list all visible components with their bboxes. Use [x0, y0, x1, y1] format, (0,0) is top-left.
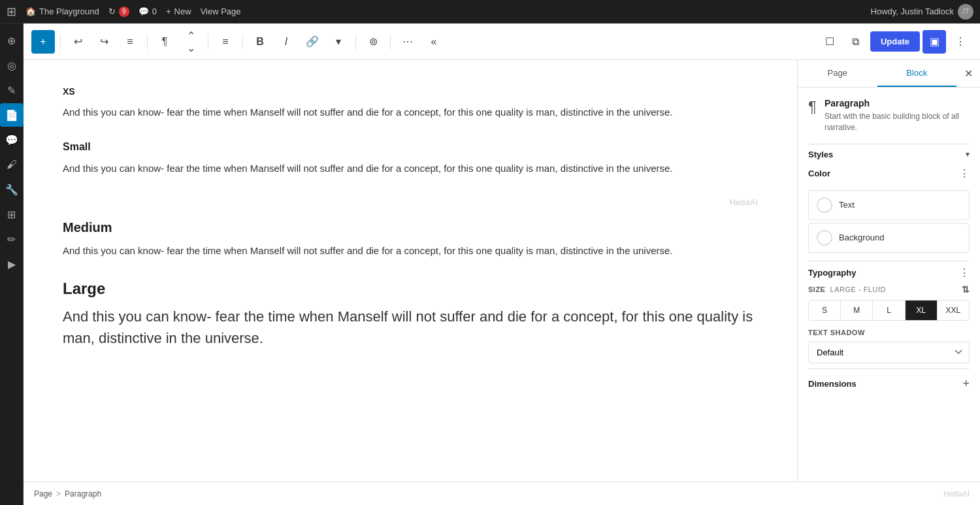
toolbar-divider-2: [147, 34, 148, 50]
color-section: Color ⋮ Text Background: [808, 165, 970, 253]
align-button[interactable]: ≡: [214, 30, 237, 54]
updates-icon: ↻: [108, 7, 116, 16]
sidebar-item-comments[interactable]: 💬: [0, 128, 24, 152]
breadcrumb-watermark: HedaAI: [943, 489, 970, 498]
small-section: Small And this you can know- fear the ti…: [63, 141, 758, 176]
typography-section-header: Typography ⋮: [808, 261, 970, 284]
size-text: SIZE LARGE - FLUID: [808, 285, 886, 293]
size-btn-xxl[interactable]: XXL: [938, 301, 969, 320]
watermark: HedaAI: [63, 197, 758, 207]
dimensions-add-button[interactable]: +: [962, 377, 970, 391]
color-label: Color: [808, 169, 830, 178]
text-color-row[interactable]: Text: [808, 190, 970, 220]
size-buttons: S M L XL XXL: [808, 300, 970, 321]
text-color-label: Text: [839, 200, 855, 210]
sidebar-item-add[interactable]: ⊕: [0, 29, 24, 52]
breadcrumb-page[interactable]: Page: [34, 489, 52, 498]
text-shadow-select[interactable]: Default: [808, 342, 970, 363]
sliders-icon[interactable]: ⇅: [962, 284, 970, 295]
sidebar-item-cloud[interactable]: ◎: [0, 54, 24, 77]
undo-button[interactable]: ↩: [66, 30, 90, 54]
typography-more-icon[interactable]: ⋮: [959, 267, 970, 279]
block-description: Start with the basic building block of a…: [825, 111, 970, 133]
medium-section: Medium And this you can know- fear the t…: [63, 220, 758, 259]
medium-body[interactable]: And this you can know- fear the time whe…: [63, 243, 758, 259]
updates-badge: 9: [119, 7, 129, 17]
dropper-button[interactable]: ⊚: [361, 30, 385, 54]
sidebar-item-pencil[interactable]: ✏: [0, 227, 24, 251]
editor-toolbar: + ↩ ↪ ≡ ¶ ⌃⌄ ≡ B I 🔗 ▾ ⊚ ⋯ « ☐ ⧉ Update: [24, 24, 980, 60]
breadcrumb-paragraph[interactable]: Paragraph: [65, 489, 101, 498]
styles-chevron-icon: ▾: [966, 150, 970, 159]
styles-label: Styles: [808, 150, 833, 159]
sidebar-item-edit[interactable]: ✎: [0, 78, 24, 102]
large-body[interactable]: And this you can know- fear the time whe…: [63, 306, 758, 349]
text-dropdown-button[interactable]: ▾: [327, 30, 350, 54]
breadcrumb-bar: Page > Paragraph HedaAI: [24, 481, 980, 505]
size-btn-xl[interactable]: XL: [906, 301, 938, 320]
size-btn-s[interactable]: S: [809, 301, 841, 320]
color-more-icon[interactable]: ⋮: [959, 167, 970, 180]
xs-section: XS And this you can know- fear the time …: [63, 86, 758, 120]
sidebar-item-tools[interactable]: 🔧: [0, 178, 24, 201]
more-options-button[interactable]: ⋯: [396, 30, 419, 54]
block-title: Paragraph: [825, 98, 970, 108]
sidebar-item-play[interactable]: ▶: [0, 252, 24, 276]
transform-button[interactable]: ⌃⌄: [179, 30, 203, 54]
toolbar-options-button[interactable]: ⋮: [949, 30, 972, 54]
size-btn-l[interactable]: L: [873, 301, 905, 320]
panel-close-button[interactable]: ✕: [956, 62, 980, 86]
comments-item[interactable]: 💬 0: [139, 7, 157, 16]
link-button[interactable]: 🔗: [301, 30, 324, 54]
small-heading: Small: [63, 141, 758, 153]
color-section-header: Color ⋮: [808, 165, 970, 185]
external-view-button[interactable]: ⧉: [844, 30, 868, 54]
list-view-button[interactable]: ≡: [118, 30, 142, 54]
italic-button[interactable]: I: [274, 30, 298, 54]
toolbar-divider-6: [390, 34, 391, 50]
new-item[interactable]: + New: [166, 7, 191, 16]
bold-button[interactable]: B: [248, 30, 272, 54]
sidebar-item-pages[interactable]: 📄: [0, 103, 24, 127]
dimensions-label: Dimensions: [808, 379, 857, 389]
howdy-label: Howdy, Justin Tadlock JT: [871, 4, 973, 20]
color-options: Text Background: [808, 190, 970, 253]
user-avatar[interactable]: JT: [958, 4, 973, 20]
text-color-circle: [817, 197, 832, 213]
tab-block[interactable]: Block: [877, 60, 957, 87]
typography-section: Typography ⋮ SIZE LARGE - FLUID ⇅ S: [808, 261, 970, 363]
redo-button[interactable]: ↪: [92, 30, 116, 54]
small-body[interactable]: And this you can know- fear the time whe…: [63, 161, 758, 176]
sidebar-item-brush[interactable]: 🖌: [0, 153, 24, 176]
view-page-item[interactable]: View Page: [201, 7, 241, 16]
mobile-view-button[interactable]: ☐: [818, 30, 841, 54]
paragraph-button[interactable]: ¶: [153, 30, 176, 54]
admin-bar: ⊞ 🏠 The Playground ↻ 9 💬 0 + New View Pa…: [0, 0, 980, 24]
site-name[interactable]: 🏠 The Playground: [25, 7, 99, 16]
wp-logo-icon[interactable]: ⊞: [7, 5, 16, 19]
toolbar-divider-4: [242, 34, 243, 50]
xs-body[interactable]: And this you can know- fear the time whe…: [63, 105, 758, 120]
toolbar-divider-3: [208, 34, 208, 50]
typography-label: Typography: [808, 268, 856, 278]
updates-item[interactable]: ↻ 9: [108, 7, 129, 17]
xs-heading: XS: [63, 86, 758, 97]
right-panel: Page Block ✕ ¶ Paragraph Start with the …: [797, 60, 980, 481]
panel-content: ¶ Paragraph Start with the basic buildin…: [798, 88, 980, 481]
breadcrumb-separator: >: [56, 489, 61, 498]
toolbar-divider-1: [60, 34, 61, 50]
background-color-row[interactable]: Background: [808, 223, 970, 253]
block-header: ¶ Paragraph Start with the basic buildin…: [808, 98, 970, 133]
collapse-button[interactable]: «: [422, 30, 446, 54]
tab-page[interactable]: Page: [798, 60, 877, 87]
sidebar-item-plugins[interactable]: ⊞: [0, 203, 24, 226]
large-heading: Large: [63, 280, 758, 298]
add-block-button[interactable]: +: [31, 30, 55, 54]
block-type-icon: ¶: [808, 98, 817, 116]
update-button[interactable]: Update: [870, 31, 920, 52]
background-color-circle: [817, 230, 832, 246]
home-icon: 🏠: [25, 7, 36, 16]
layout-settings-button[interactable]: ▣: [923, 30, 946, 54]
styles-section-header[interactable]: Styles ▾: [808, 144, 970, 165]
size-btn-m[interactable]: M: [841, 301, 873, 320]
